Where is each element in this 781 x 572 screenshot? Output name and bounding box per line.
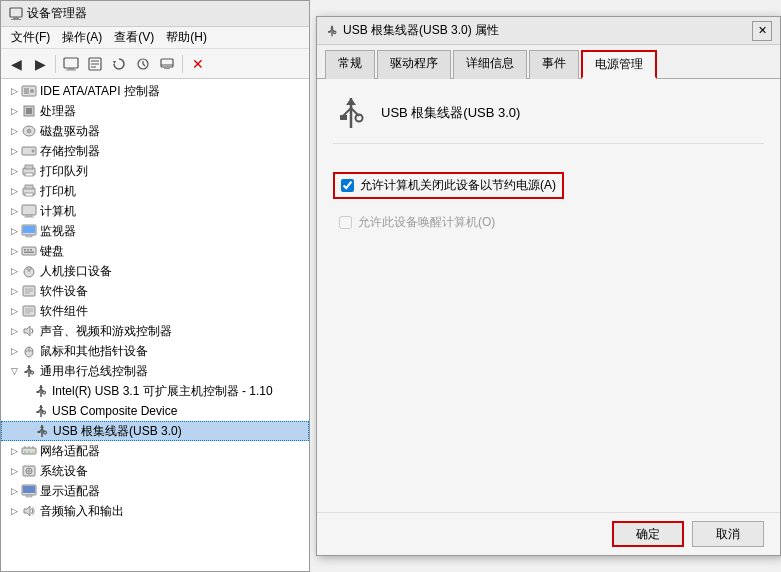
cancel-button[interactable]: 取消 bbox=[692, 521, 764, 547]
label-ide: IDE ATA/ATAPI 控制器 bbox=[40, 83, 160, 100]
label-keyboard: 键盘 bbox=[40, 243, 64, 260]
arrow-keyboard: ▷ bbox=[7, 244, 21, 258]
svg-rect-1 bbox=[13, 17, 19, 19]
arrow-printq: ▷ bbox=[7, 164, 21, 178]
tree-item-usb-hub[interactable]: USB 根集线器(USB 3.0) bbox=[1, 421, 309, 441]
update-button[interactable] bbox=[108, 53, 130, 75]
tab-general[interactable]: 常规 bbox=[325, 50, 375, 79]
icon-usbctrl bbox=[21, 363, 37, 379]
tree-item-audio[interactable]: ▷ 音频输入和输出 bbox=[1, 501, 309, 521]
tree-item-storage[interactable]: ▷ 存储控制器 bbox=[1, 141, 309, 161]
properties-button[interactable] bbox=[84, 53, 106, 75]
monitor-button[interactable] bbox=[156, 53, 178, 75]
svg-point-19 bbox=[30, 89, 34, 93]
arrow-mouse: ▷ bbox=[7, 344, 21, 358]
tree-item-swcomp[interactable]: ▷ 软件组件 bbox=[1, 301, 309, 321]
scan-button[interactable] bbox=[132, 53, 154, 75]
icon-swcomp bbox=[21, 303, 37, 319]
forward-button[interactable]: ▶ bbox=[29, 53, 51, 75]
label-display: 显示适配器 bbox=[40, 483, 100, 500]
label-swdev: 软件设备 bbox=[40, 283, 88, 300]
svg-rect-14 bbox=[161, 59, 173, 67]
device-tree[interactable]: ▷ IDE ATA/ATAPI 控制器 ▷ 处理器 ▷ 磁盘驱动器 bbox=[1, 79, 309, 571]
device-manager-icon bbox=[9, 7, 23, 21]
tree-item-usb-comp[interactable]: USB Composite Device bbox=[1, 401, 309, 421]
label-netadapter: 网络适配器 bbox=[40, 443, 100, 460]
svg-marker-71 bbox=[39, 405, 43, 408]
icon-storage bbox=[21, 143, 37, 159]
allow-power-off-checkbox[interactable] bbox=[341, 179, 354, 192]
svg-rect-74 bbox=[37, 411, 40, 413]
tree-item-sysdev[interactable]: ▷ 系统设备 bbox=[1, 461, 309, 481]
svg-rect-3 bbox=[64, 58, 78, 68]
computer-button[interactable] bbox=[60, 53, 82, 75]
svg-marker-98 bbox=[330, 25, 334, 28]
tree-item-keyboard[interactable]: ▷ 键盘 bbox=[1, 241, 309, 261]
dialog-titlebar: USB 根集线器(USB 3.0) 属性 ✕ bbox=[317, 17, 780, 45]
dialog-close-button[interactable]: ✕ bbox=[752, 21, 772, 41]
allow-wake-row: 允许此设备唤醒计算机(O) bbox=[333, 211, 764, 234]
tree-item-printer[interactable]: ▷ 打印机 bbox=[1, 181, 309, 201]
icon-ide bbox=[21, 83, 37, 99]
svg-point-63 bbox=[31, 371, 34, 374]
back-button[interactable]: ◀ bbox=[5, 53, 27, 75]
menu-help[interactable]: 帮助(H) bbox=[160, 28, 213, 47]
tab-driver[interactable]: 驱动程序 bbox=[377, 50, 451, 79]
ok-button[interactable]: 确定 bbox=[612, 521, 684, 547]
tab-events[interactable]: 事件 bbox=[529, 50, 579, 79]
icon-keyboard bbox=[21, 243, 37, 259]
menu-view[interactable]: 查看(V) bbox=[108, 28, 160, 47]
arrow-swdev: ▷ bbox=[7, 284, 21, 298]
disable-button[interactable]: ✕ bbox=[187, 53, 209, 75]
tree-item-mouse[interactable]: ▷ 鼠标和其他指针设备 bbox=[1, 341, 309, 361]
label-printer: 打印机 bbox=[40, 183, 76, 200]
label-usb-hub: USB 根集线器(USB 3.0) bbox=[53, 423, 182, 440]
allow-wake-label[interactable]: 允许此设备唤醒计算机(O) bbox=[358, 214, 495, 231]
svg-rect-40 bbox=[27, 249, 29, 251]
icon-netadapter bbox=[21, 443, 37, 459]
power-section: 允许计算机关闭此设备以节约电源(A) 允许此设备唤醒计算机(O) bbox=[333, 164, 764, 242]
svg-rect-21 bbox=[26, 108, 32, 114]
device-manager-title: 设备管理器 bbox=[27, 5, 87, 22]
menubar: 文件(F) 操作(A) 查看(V) 帮助(H) bbox=[1, 27, 309, 49]
allow-power-off-row: 允许计算机关闭此设备以节约电源(A) bbox=[333, 172, 564, 199]
tree-item-monitor[interactable]: ▷ 监视器 bbox=[1, 221, 309, 241]
tree-item-display[interactable]: ▷ 显示适配器 bbox=[1, 481, 309, 501]
tree-item-ide[interactable]: ▷ IDE ATA/ATAPI 控制器 bbox=[1, 81, 309, 101]
menu-action[interactable]: 操作(A) bbox=[56, 28, 108, 47]
svg-point-81 bbox=[44, 431, 47, 434]
label-disk: 磁盘驱动器 bbox=[40, 123, 100, 140]
icon-display bbox=[21, 483, 37, 499]
label-printq: 打印队列 bbox=[40, 163, 88, 180]
tab-details[interactable]: 详细信息 bbox=[453, 50, 527, 79]
svg-point-75 bbox=[43, 411, 46, 414]
arrow-storage: ▷ bbox=[7, 144, 21, 158]
svg-marker-65 bbox=[39, 385, 43, 388]
icon-mouse bbox=[21, 343, 37, 359]
label-cpu: 处理器 bbox=[40, 103, 76, 120]
tree-item-computer[interactable]: ▷ 计算机 bbox=[1, 201, 309, 221]
tree-item-netadapter[interactable]: ▷ 网络适配器 bbox=[1, 441, 309, 461]
svg-point-102 bbox=[333, 31, 336, 34]
arrow-usbctrl: ▽ bbox=[7, 364, 21, 378]
properties-dialog: USB 根集线器(USB 3.0) 属性 ✕ 常规 驱动程序 详细信息 事件 电… bbox=[316, 16, 781, 556]
allow-power-off-label[interactable]: 允许计算机关闭此设备以节约电源(A) bbox=[360, 177, 556, 194]
allow-wake-checkbox[interactable] bbox=[339, 216, 352, 229]
tree-item-hid[interactable]: ▷ 人机接口设备 bbox=[1, 261, 309, 281]
tree-item-sound[interactable]: ▷ 声音、视频和游戏控制器 bbox=[1, 321, 309, 341]
arrow-usb-hub bbox=[26, 424, 34, 438]
menu-file[interactable]: 文件(F) bbox=[5, 28, 56, 47]
tree-item-swdev[interactable]: ▷ 软件设备 bbox=[1, 281, 309, 301]
tree-item-disk[interactable]: ▷ 磁盘驱动器 bbox=[1, 121, 309, 141]
svg-rect-36 bbox=[23, 226, 35, 233]
tree-item-cpu[interactable]: ▷ 处理器 bbox=[1, 101, 309, 121]
dialog-footer: 确定 取消 bbox=[317, 512, 780, 555]
tree-item-intel-usb[interactable]: Intel(R) USB 3.1 可扩展主机控制器 - 1.10 bbox=[1, 381, 309, 401]
tab-power[interactable]: 电源管理 bbox=[581, 50, 657, 79]
svg-rect-5 bbox=[66, 69, 76, 70]
svg-marker-77 bbox=[40, 425, 44, 428]
device-title: USB 根集线器(USB 3.0) bbox=[381, 104, 520, 122]
tree-item-printq[interactable]: ▷ 打印队列 bbox=[1, 161, 309, 181]
arrow-sysdev: ▷ bbox=[7, 464, 21, 478]
tree-item-usbctrl[interactable]: ▽ 通用串行总线控制器 bbox=[1, 361, 309, 381]
